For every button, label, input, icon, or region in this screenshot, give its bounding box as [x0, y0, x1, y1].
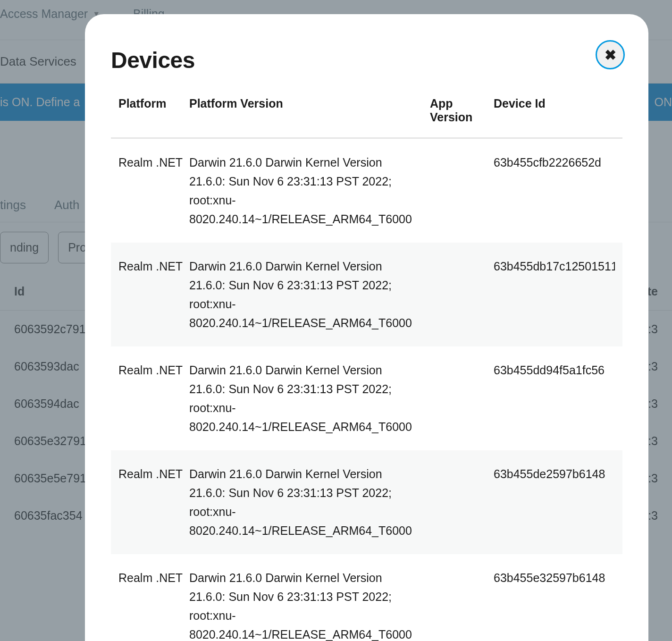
- cell-platform: Realm .NET: [118, 257, 189, 332]
- devices-table: Platform Platform Version App Version De…: [111, 97, 622, 641]
- cell-device-id: 63b455cfb2226652d: [494, 153, 615, 228]
- cell-platform: Realm .NET: [118, 568, 189, 641]
- table-row: Realm .NET Darwin 21.6.0 Darwin Kernel V…: [111, 450, 622, 554]
- cell-platform: Realm .NET: [118, 361, 189, 436]
- cell-app-version: [430, 153, 494, 228]
- cell-device-id: 63b455dd94f5a1fc56: [494, 361, 615, 436]
- col-platform-header: Platform: [118, 97, 189, 124]
- cell-platform-version: Darwin 21.6.0 Darwin Kernel Version 21.6…: [189, 568, 430, 641]
- table-row: Realm .NET Darwin 21.6.0 Darwin Kernel V…: [111, 554, 622, 641]
- table-row: Realm .NET Darwin 21.6.0 Darwin Kernel V…: [111, 139, 622, 243]
- cell-platform-version: Darwin 21.6.0 Darwin Kernel Version 21.6…: [189, 153, 430, 228]
- col-platform-version-header: Platform Version: [189, 97, 430, 124]
- table-row: Realm .NET Darwin 21.6.0 Darwin Kernel V…: [111, 346, 622, 450]
- cell-device-id: 63b455de2597b6148: [494, 464, 615, 540]
- modal-title: Devices: [111, 47, 622, 73]
- close-icon: ✖: [605, 47, 616, 63]
- cell-device-id: 63b455e32597b6148: [494, 568, 615, 641]
- cell-app-version: [430, 568, 494, 641]
- close-button[interactable]: ✖: [596, 40, 625, 69]
- cell-device-id: 63b455db17c12501511: [494, 257, 615, 332]
- cell-platform: Realm .NET: [118, 153, 189, 228]
- col-device-id-header: Device Id: [494, 97, 615, 124]
- col-app-version-header: App Version: [430, 97, 494, 124]
- cell-app-version: [430, 257, 494, 332]
- cell-platform-version: Darwin 21.6.0 Darwin Kernel Version 21.6…: [189, 257, 430, 332]
- cell-app-version: [430, 464, 494, 540]
- cell-platform-version: Darwin 21.6.0 Darwin Kernel Version 21.6…: [189, 361, 430, 436]
- table-row: Realm .NET Darwin 21.6.0 Darwin Kernel V…: [111, 243, 622, 346]
- cell-platform: Realm .NET: [118, 464, 189, 540]
- devices-modal: ✖ Devices Platform Platform Version App …: [85, 14, 648, 641]
- cell-platform-version: Darwin 21.6.0 Darwin Kernel Version 21.6…: [189, 464, 430, 540]
- cell-app-version: [430, 361, 494, 436]
- table-header: Platform Platform Version App Version De…: [111, 97, 622, 139]
